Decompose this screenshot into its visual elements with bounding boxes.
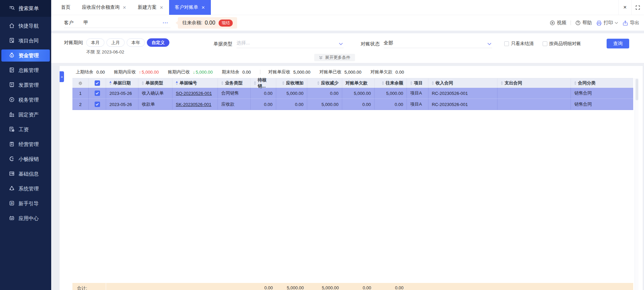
tab-customer-statement[interactable]: 客户对账单 ✕ bbox=[169, 0, 211, 15]
checkbox-unsettled-only[interactable]: 只看未结清 bbox=[504, 41, 534, 47]
help-button[interactable]: 帮助 bbox=[575, 20, 592, 26]
tab-label: 首页 bbox=[61, 4, 70, 10]
video-button[interactable]: 视频 bbox=[550, 20, 566, 26]
close-icon[interactable]: × bbox=[618, 0, 631, 15]
tab-new-plan[interactable]: 新建方案 ✕ bbox=[132, 0, 169, 15]
doc-type-select[interactable]: 选择... bbox=[236, 40, 344, 48]
cell-expense-contract bbox=[497, 88, 571, 99]
expand-more-button[interactable]: 展开更多条件 bbox=[314, 54, 355, 61]
tab-close-icon[interactable]: ✕ bbox=[123, 5, 126, 10]
column-header-date[interactable]: 单据日期 bbox=[106, 78, 138, 88]
customer-field[interactable]: 客户 甲 ··· bbox=[64, 18, 170, 28]
sidebar-item-label: 总账管理 bbox=[19, 67, 39, 74]
sidebar-item-tax-management[interactable]: 税务管理 bbox=[1, 94, 50, 106]
sidebar-item-funds-management[interactable]: 资金管理 bbox=[1, 49, 50, 62]
sidebar-item-project-contract[interactable]: 项目合同 bbox=[1, 35, 50, 47]
table-row[interactable]: 2 2023-05-26 收款单 SK-20230526-001 应收款 0.0… bbox=[72, 99, 633, 110]
filter-checkboxes: 只看未结清 按商品明细对账 bbox=[504, 41, 581, 47]
pill-this-year[interactable]: 本年 bbox=[127, 38, 145, 47]
row-number: 1 bbox=[72, 88, 89, 99]
sidebar-item-quick-nav[interactable]: 快捷导航 bbox=[1, 20, 50, 32]
content-panel: 上期结余0.00 账期内应收↑5,000.00 账期内已收↓5,000.00 期… bbox=[60, 66, 643, 290]
summary-bar: 上期结余0.00 账期内应收↑5,000.00 账期内已收↓5,000.00 期… bbox=[76, 68, 413, 76]
column-header-biz-type[interactable]: 业务类型 bbox=[218, 78, 251, 88]
sidebar-item-payroll[interactable]: 工资 bbox=[1, 123, 50, 136]
column-header-ar-decrease[interactable]: 应收减少 bbox=[307, 78, 342, 88]
ellipsis-button[interactable]: ··· bbox=[163, 20, 168, 26]
column-header-project[interactable]: 项目 bbox=[407, 78, 428, 88]
sidebar-item-label: 快捷导航 bbox=[19, 23, 39, 29]
pill-last-month[interactable]: 上月 bbox=[106, 38, 125, 47]
column-header-contract-category[interactable]: 合同分类 bbox=[571, 78, 633, 88]
checkbox-icon[interactable] bbox=[504, 41, 509, 46]
tab-bar: 首页 应收应付余额查询 ✕ 新建方案 ✕ 客户对账单 ✕ × bbox=[51, 0, 644, 15]
select-all-checkbox[interactable] bbox=[89, 78, 106, 88]
sidebar-item-label: 资金管理 bbox=[19, 52, 39, 59]
sidebar-item-xiaochang-expense[interactable]: 小畅报销 bbox=[1, 153, 50, 165]
svg-text:新: 新 bbox=[10, 202, 13, 205]
customer-value: 甲 bbox=[84, 20, 88, 26]
search-button[interactable]: 查询 bbox=[607, 39, 629, 48]
status-filter-group: 对账状态 全部 bbox=[361, 40, 492, 48]
tab-label: 新建方案 bbox=[138, 4, 157, 10]
export-button[interactable]: 导出 bbox=[622, 20, 639, 26]
sidebar-item-newbie-guide[interactable]: 新 新手引导 bbox=[1, 197, 50, 210]
sidebar-item-invoice-management[interactable]: 发票管理 bbox=[1, 79, 50, 91]
pill-this-month[interactable]: 本月 bbox=[86, 38, 104, 47]
sidebar-item-system-management[interactable]: 系统管理 bbox=[1, 183, 50, 195]
column-header-pending[interactable]: 待核销... bbox=[251, 78, 276, 88]
settings-column-header[interactable] bbox=[72, 78, 89, 88]
xiaochang-expense-icon bbox=[9, 156, 15, 163]
sidebar-item-operations-management[interactable]: 经营管理 bbox=[1, 138, 50, 150]
column-header-doc-no[interactable]: 单据编号 bbox=[172, 78, 218, 88]
summary-value: 0.00 bbox=[96, 70, 105, 75]
cell-date: 2023-05-26 bbox=[106, 88, 138, 99]
print-button[interactable]: 打印 bbox=[596, 20, 618, 26]
row-checkbox[interactable] bbox=[95, 90, 100, 96]
filter-panel: 对账期间 本月 上月 本年 自定义 不限 至 2023-06-02 单据类型 选… bbox=[51, 33, 644, 63]
column-header-doc-type[interactable]: 单据类型 bbox=[138, 78, 172, 88]
summary-value: 0.00 bbox=[243, 70, 251, 75]
sidebar-item-label: 小畅报销 bbox=[19, 156, 39, 162]
doc-no-link[interactable]: SK-20230526-001 bbox=[176, 102, 212, 107]
column-header-income-contract[interactable]: 收入合同 bbox=[428, 78, 497, 88]
cell-ar-increase: 0.00 bbox=[276, 99, 307, 110]
cell-biz-type: 合同销售 bbox=[218, 88, 251, 99]
sidebar-item-search-menu[interactable]: 搜索菜单 bbox=[0, 0, 51, 17]
pill-custom[interactable]: 自定义 bbox=[147, 38, 169, 47]
status-select[interactable]: 全部 bbox=[384, 40, 492, 48]
cell-project: 项目A bbox=[407, 99, 428, 110]
sidebar-item-basic-info[interactable]: 基础信息 bbox=[1, 168, 50, 180]
tab-close-icon[interactable]: ✕ bbox=[160, 5, 163, 10]
sidebar-item-fixed-assets[interactable]: 固定资产 bbox=[1, 109, 50, 121]
column-header-expense-contract[interactable]: 支出合同 bbox=[497, 78, 571, 88]
sidebar-item-general-ledger[interactable]: 总账管理 bbox=[1, 64, 50, 76]
vertical-scrollbar[interactable] bbox=[635, 78, 639, 290]
printer-icon bbox=[596, 20, 602, 26]
checkbox-by-item-detail[interactable]: 按商品明细对账 bbox=[543, 41, 581, 47]
chevron-down-icon bbox=[339, 43, 343, 45]
summary-label: 对账单已收 bbox=[319, 69, 341, 75]
table-row[interactable]: 1 2023-05-26 收入确认单 SQ-20230526-001 合同销售 … bbox=[72, 88, 633, 99]
fullscreen-icon[interactable] bbox=[631, 0, 644, 15]
app-center-icon bbox=[9, 215, 15, 222]
down-arrow-icon: ↓ bbox=[193, 70, 195, 75]
column-header-ar-increase[interactable]: 应收增加 bbox=[276, 78, 307, 88]
sidebar-item-label: 税务管理 bbox=[19, 97, 39, 103]
tab-home[interactable]: 首页 bbox=[55, 0, 76, 15]
scrollbar-thumb[interactable] bbox=[636, 79, 638, 100]
collapse-handle[interactable]: » bbox=[60, 71, 64, 82]
tab-receivable-payable-balance[interactable]: 应收应付余额查询 ✕ bbox=[76, 0, 132, 15]
doc-no-link[interactable]: SQ-20230526-001 bbox=[176, 91, 212, 96]
cell-pending: 0.00 bbox=[251, 88, 276, 99]
checkbox-icon[interactable] bbox=[543, 41, 547, 46]
sidebar-item-label: 系统管理 bbox=[19, 186, 39, 192]
tab-close-icon[interactable]: ✕ bbox=[201, 5, 205, 10]
checkbox-checked-icon[interactable] bbox=[95, 80, 100, 86]
sidebar-item-app-center[interactable]: 应用中心 bbox=[1, 212, 50, 224]
column-header-balance[interactable]: 往来余额 bbox=[375, 78, 407, 88]
period-range-value[interactable]: 不限 至 2023-06-02 bbox=[86, 49, 169, 55]
cash-settle-badge[interactable]: 现结 bbox=[219, 20, 233, 27]
row-checkbox[interactable] bbox=[95, 102, 100, 107]
column-header-statement-due[interactable]: 对账单欠款 bbox=[342, 78, 375, 88]
